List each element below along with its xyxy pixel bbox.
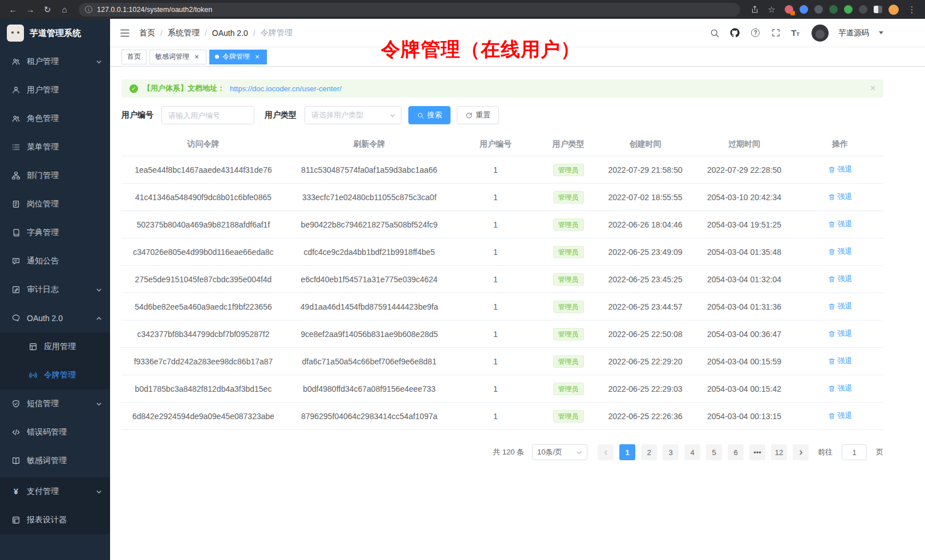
sidebar-item-sms[interactable]: 短信管理 bbox=[0, 389, 110, 418]
page-button-3[interactable]: 3 bbox=[663, 444, 679, 460]
doc-alert: ✓ 【用户体系】文档地址： https://doc.iocoder.cn/use… bbox=[121, 79, 883, 98]
create-time-cell: 2022-06-25 22:26:36 bbox=[599, 412, 692, 421]
reset-button[interactable]: 重置 bbox=[457, 106, 499, 124]
user-type-select[interactable]: 请选择用户类型 bbox=[305, 106, 401, 124]
force-logout-button[interactable]: 强退 bbox=[828, 356, 853, 366]
refresh-icon bbox=[465, 112, 473, 119]
close-icon[interactable]: × bbox=[253, 53, 261, 61]
app-logo[interactable]: 芋道管理系统 bbox=[0, 19, 110, 47]
page-ellipsis-button[interactable]: ••• bbox=[749, 444, 765, 460]
sidebar-item-posts[interactable]: 岗位管理 bbox=[0, 190, 110, 218]
browser-menu-icon[interactable]: ⋮ bbox=[906, 3, 918, 16]
sidebar-item-report-designer[interactable]: 报表设计器 bbox=[0, 506, 110, 534]
chevron-right-icon bbox=[798, 449, 804, 456]
search-icon[interactable] bbox=[709, 27, 720, 38]
force-logout-button[interactable]: 强退 bbox=[828, 192, 853, 202]
sidebar-item-tenants[interactable]: 租户管理 bbox=[0, 47, 110, 76]
address-bar[interactable]: i 127.0.0.1:1024/system/oauth2/token bbox=[79, 3, 740, 17]
breadcrumb-home[interactable]: 首页 bbox=[139, 28, 155, 38]
search-button[interactable]: 搜索 bbox=[408, 106, 451, 124]
sidebar-item-app-management[interactable]: 应用管理 bbox=[0, 332, 110, 361]
user-avatar[interactable] bbox=[812, 25, 829, 42]
report-icon bbox=[11, 516, 21, 525]
tab-token-management[interactable]: 令牌管理 × bbox=[209, 50, 267, 64]
extension-icon[interactable] bbox=[829, 5, 838, 14]
tab-split-icon[interactable] bbox=[874, 6, 882, 13]
breadcrumb-system[interactable]: 系统管理 bbox=[168, 28, 200, 38]
chevron-down-icon[interactable] bbox=[879, 31, 883, 34]
column-header: 访问令牌 bbox=[121, 139, 285, 149]
sidebar-item-label: 角色管理 bbox=[27, 113, 59, 124]
goto-page-input[interactable] bbox=[842, 444, 867, 460]
user-name[interactable]: 芋道源码 bbox=[838, 28, 869, 38]
force-logout-button[interactable]: 强退 bbox=[828, 164, 853, 175]
create-time-cell: 2022-06-25 23:44:57 bbox=[599, 302, 692, 311]
user-id-input[interactable] bbox=[161, 106, 254, 124]
sidebar-item-roles[interactable]: 角色管理 bbox=[0, 104, 110, 133]
page-size-select[interactable]: 10条/页 bbox=[532, 444, 587, 460]
sidebar-item-sensitive-words[interactable]: 敏感词管理 bbox=[0, 447, 110, 475]
sidebar-item-dictionaries[interactable]: 字典管理 bbox=[0, 218, 110, 247]
sidebar-item-payment[interactable]: ¥ 支付管理 bbox=[0, 477, 110, 506]
tab-home[interactable]: 首页 bbox=[121, 50, 147, 64]
page-button-6[interactable]: 6 bbox=[728, 444, 744, 460]
extension-icon[interactable] bbox=[844, 5, 853, 14]
force-logout-button[interactable]: 强退 bbox=[828, 246, 853, 257]
home-icon[interactable]: ⌂ bbox=[58, 3, 71, 16]
force-logout-button[interactable]: 强退 bbox=[828, 274, 853, 284]
page-content: ✓ 【用户体系】文档地址： https://doc.iocoder.cn/use… bbox=[110, 67, 925, 560]
sidebar-menu: 租户管理 用户管理 角色管理 菜单管理 部门管理 bbox=[0, 47, 110, 560]
expire-time-cell: 2054-03-04 00:15:59 bbox=[692, 357, 797, 366]
help-icon[interactable]: ? bbox=[750, 27, 761, 38]
extension-icon[interactable] bbox=[859, 5, 867, 14]
force-logout-button[interactable]: 强退 bbox=[828, 219, 853, 229]
extension-icon[interactable] bbox=[814, 5, 823, 14]
user-id-label: 用户编号 bbox=[121, 110, 153, 120]
refresh-token-cell: 9ce8ef2aa9f14056b831ae9b608e28d5 bbox=[285, 330, 453, 339]
page-button-1[interactable]: 1 bbox=[619, 444, 635, 460]
bookmark-star-icon[interactable]: ☆ bbox=[765, 3, 778, 16]
access-token-cell: 1ea5e44f8bc1467aaede43144f31de76 bbox=[121, 165, 285, 175]
share-icon[interactable] bbox=[748, 3, 761, 16]
alert-close-icon[interactable]: × bbox=[870, 83, 875, 94]
user-type-cell: 管理员 bbox=[538, 383, 599, 395]
breadcrumb-oauth[interactable]: OAuth 2.0 bbox=[212, 29, 248, 38]
close-icon[interactable]: × bbox=[193, 53, 201, 61]
prev-page-button[interactable] bbox=[598, 444, 614, 460]
back-icon[interactable]: ← bbox=[7, 3, 19, 16]
sidebar-item-notices[interactable]: 通知公告 bbox=[0, 247, 110, 275]
page-button-2[interactable]: 2 bbox=[641, 444, 657, 460]
browser-profile-avatar[interactable] bbox=[889, 5, 899, 15]
tab-sensitive-words[interactable]: 敏感词管理 × bbox=[149, 50, 206, 64]
site-info-icon[interactable]: i bbox=[85, 6, 92, 13]
github-icon[interactable] bbox=[729, 27, 740, 38]
font-size-icon[interactable]: TT bbox=[791, 28, 800, 38]
sidebar-item-error-codes[interactable]: 错误码管理 bbox=[0, 418, 110, 447]
extension-icon[interactable] bbox=[800, 5, 808, 14]
force-logout-label: 强退 bbox=[838, 246, 853, 257]
doc-link[interactable]: https://doc.iocoder.cn/user-center/ bbox=[230, 84, 342, 93]
fullscreen-icon[interactable] bbox=[770, 27, 781, 38]
force-logout-button[interactable]: 强退 bbox=[828, 328, 853, 339]
sidebar-item-menus[interactable]: 菜单管理 bbox=[0, 133, 110, 161]
force-logout-button[interactable]: 强退 bbox=[828, 301, 853, 311]
token-table: 访问令牌 刷新令牌 用户编号 用户类型 创建时间 过期时间 操作 1ea5e44… bbox=[121, 132, 883, 430]
sidebar-collapse-icon[interactable] bbox=[119, 27, 131, 39]
user-id-cell: 1 bbox=[453, 384, 538, 393]
forward-icon[interactable]: → bbox=[24, 3, 36, 16]
page-button-4[interactable]: 4 bbox=[684, 444, 700, 460]
sidebar-item-audit-log[interactable]: 审计日志 bbox=[0, 275, 110, 304]
page-button-12[interactable]: 12 bbox=[771, 444, 787, 460]
sidebar-item-departments[interactable]: 部门管理 bbox=[0, 161, 110, 190]
trash-icon bbox=[828, 221, 835, 228]
force-logout-button[interactable]: 强退 bbox=[828, 411, 853, 421]
extension-icon[interactable] bbox=[785, 5, 793, 14]
force-logout-button[interactable]: 强退 bbox=[828, 383, 853, 393]
sidebar-item-users[interactable]: 用户管理 bbox=[0, 76, 110, 104]
sidebar-item-token-management[interactable]: 令牌管理 bbox=[0, 361, 110, 389]
page-button-5[interactable]: 5 bbox=[706, 444, 722, 460]
next-page-button[interactable] bbox=[793, 444, 809, 460]
user-type-cell: 管理员 bbox=[538, 410, 599, 423]
refresh-icon[interactable]: ↻ bbox=[41, 3, 54, 16]
sidebar-item-oauth[interactable]: OAuth 2.0 bbox=[0, 304, 110, 332]
